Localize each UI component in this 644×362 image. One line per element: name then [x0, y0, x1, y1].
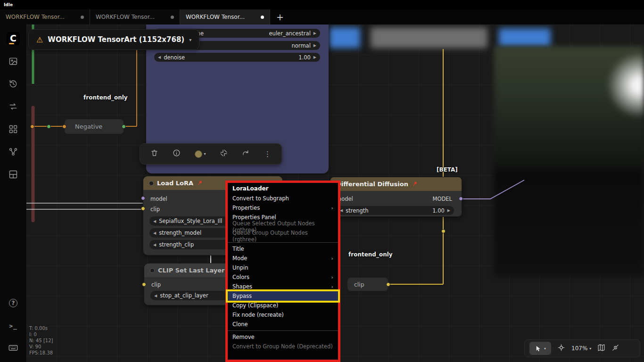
- menu-item-properties[interactable]: Properties ›: [228, 203, 338, 213]
- more-options-button[interactable]: ⋮: [264, 150, 271, 158]
- widget-left-arrow-icon: ◀: [154, 294, 157, 298]
- node-title: CLIP Set Last Layer: [158, 267, 225, 274]
- input-label-clip: clip: [150, 206, 160, 213]
- chevron-down-icon: ▾: [589, 346, 591, 351]
- collapse-dot-icon[interactable]: [150, 268, 155, 273]
- context-menu: LoraLoader Convert to Subgraph Propertie…: [225, 181, 340, 362]
- group-label-beta: [BETA]: [437, 166, 458, 173]
- gallery-icon[interactable]: [8, 57, 18, 66]
- node-action-toolbar: ▾ ⋮: [140, 143, 282, 165]
- toggle-links-button[interactable]: [611, 344, 619, 354]
- widget-label: strength: [346, 207, 368, 214]
- widget-label: Sepiaflux_Style_Lora_Ill: [159, 218, 222, 224]
- warning-icon: ⚠: [36, 35, 43, 44]
- clip-input-port[interactable]: [142, 282, 146, 287]
- info-icon: [173, 149, 181, 157]
- keyboard-shortcuts-icon[interactable]: [8, 343, 18, 353]
- node-info-button[interactable]: [173, 149, 181, 159]
- crosshair-icon: [557, 344, 565, 352]
- strength-widget[interactable]: ◀ strength 1.00 ▶: [336, 206, 454, 215]
- redo-arrow-icon: [242, 149, 250, 157]
- clip-input-port[interactable]: [141, 206, 145, 211]
- model-input-port[interactable]: [141, 196, 145, 200]
- zoom-control[interactable]: 107% ▾: [571, 345, 591, 352]
- menu-item-colors[interactable]: Colors ›: [228, 272, 338, 282]
- color-swatch-icon: [195, 150, 202, 158]
- menu-item-convert-to-group-node: Convert to Group Node (Deprecated): [228, 342, 338, 351]
- redo-button[interactable]: [242, 149, 250, 159]
- minimap-button[interactable]: [597, 344, 605, 354]
- menu-item-remove[interactable]: Remove: [228, 332, 338, 342]
- input-label-clip: clip: [151, 281, 161, 288]
- menu-item-clone[interactable]: Clone: [228, 320, 338, 329]
- menu-item-bypass[interactable]: Bypass: [228, 291, 338, 301]
- widget-value: euler_ancestral: [269, 30, 311, 37]
- clip-passthrough-node[interactable]: clip: [347, 277, 388, 291]
- widget-right-arrow-icon: ▶: [314, 43, 316, 48]
- widget-left-arrow-icon: ◀: [153, 231, 156, 235]
- reroute-port[interactable]: [441, 229, 446, 233]
- menu-separator: [228, 330, 338, 331]
- collapse-icon: [220, 149, 228, 157]
- workflow-tab-3-active[interactable]: WORKFLOW Tensor...: [180, 9, 270, 25]
- perf-stats: T: 0.00s I: 0 N: 45 [12] V: 90 FPS:18.38: [29, 325, 53, 356]
- app-window: frontend_only [BETA] frontend_only ◀ sam…: [0, 0, 644, 362]
- input-port[interactable]: [62, 124, 66, 129]
- layout-icon[interactable]: [8, 170, 18, 179]
- history-icon[interactable]: [8, 79, 18, 89]
- output-port[interactable]: [122, 124, 126, 129]
- model-output-port[interactable]: [459, 197, 463, 201]
- clip-output-port[interactable]: [386, 282, 390, 287]
- tab-status-dot-icon[interactable]: [261, 16, 264, 19]
- fit-view-button[interactable]: [557, 344, 565, 354]
- differential-diffusion-node[interactable]: Differential Diffusion model MODEL ◀ str…: [330, 177, 462, 217]
- workflow-tab-bar: WORKFLOW Tensor... WORKFLOW Tensor... WO…: [0, 9, 644, 25]
- widget-label: denoise: [164, 54, 185, 61]
- widget-label: strength_model: [159, 230, 201, 236]
- workflow-title-button[interactable]: ⚠ WORKFLOW TensorArt (1152x768) ▾: [28, 29, 199, 50]
- menu-item-copy-clipspace[interactable]: Copy (Clipspace): [228, 301, 338, 310]
- menu-item-queue-group-output-nodes: Queue Group Output Nodes (rgthree): [228, 231, 338, 241]
- node-header[interactable]: Differential Diffusion: [330, 177, 462, 191]
- workflow-tab-2[interactable]: WORKFLOW Tensor...: [90, 9, 180, 25]
- new-workflow-tab-button[interactable]: +: [270, 9, 290, 25]
- input-label-model: model: [150, 196, 167, 202]
- chevron-down-icon: ▾: [204, 152, 206, 156]
- group-label-frontend-only-2: frontend_only: [348, 251, 393, 258]
- app-logo[interactable]: C: [7, 32, 20, 45]
- left-sidebar: C: [0, 25, 26, 362]
- negative-node[interactable]: Negative: [64, 119, 124, 134]
- menu-item-title[interactable]: Title: [228, 244, 338, 254]
- nodes-library-icon[interactable]: [8, 124, 18, 134]
- menu-item-mode[interactable]: Mode ›: [228, 254, 338, 263]
- reroute-port[interactable]: [30, 124, 34, 129]
- menu-item-shapes[interactable]: Shapes ›: [228, 282, 338, 291]
- collapse-dot-icon[interactable]: [149, 181, 154, 186]
- workflow-tab-1[interactable]: WORKFLOW Tensor...: [0, 9, 90, 25]
- node-title: Load LoRA: [157, 180, 193, 187]
- widget-value: 1.00: [432, 207, 445, 214]
- node-color-button[interactable]: ▾: [195, 150, 206, 158]
- tab-status-dot-icon[interactable]: [171, 16, 174, 19]
- context-menu-title: LoraLoader: [228, 184, 338, 194]
- chevron-down-icon: ▾: [189, 37, 191, 42]
- widget-left-arrow-icon: ◀: [158, 55, 161, 59]
- collapse-node-button[interactable]: [220, 149, 228, 159]
- graph-icon[interactable]: [8, 147, 18, 156]
- tab-status-dot-icon[interactable]: [81, 16, 84, 19]
- menu-item-fix-node[interactable]: Fix node (recreate): [228, 310, 338, 320]
- link-off-icon: [611, 344, 619, 352]
- help-icon[interactable]: ?: [9, 299, 17, 307]
- denoise-widget[interactable]: ◀ denoise 1.00 ▶: [154, 53, 320, 62]
- delete-node-button[interactable]: [150, 149, 158, 159]
- trash-icon: [150, 149, 158, 157]
- menu-item-convert-to-subgraph[interactable]: Convert to Subgraph: [228, 194, 338, 203]
- workflows-icon[interactable]: [8, 102, 18, 111]
- submenu-arrow-icon: ›: [331, 274, 333, 280]
- terminal-icon[interactable]: >_: [9, 321, 17, 330]
- pointer-tool-button[interactable]: ▾: [529, 342, 551, 355]
- pin-icon: [197, 180, 203, 186]
- reroute-port[interactable]: [47, 124, 51, 129]
- menu-item-unpin[interactable]: Unpin: [228, 263, 338, 272]
- widget-right-arrow-icon: ▶: [447, 208, 450, 213]
